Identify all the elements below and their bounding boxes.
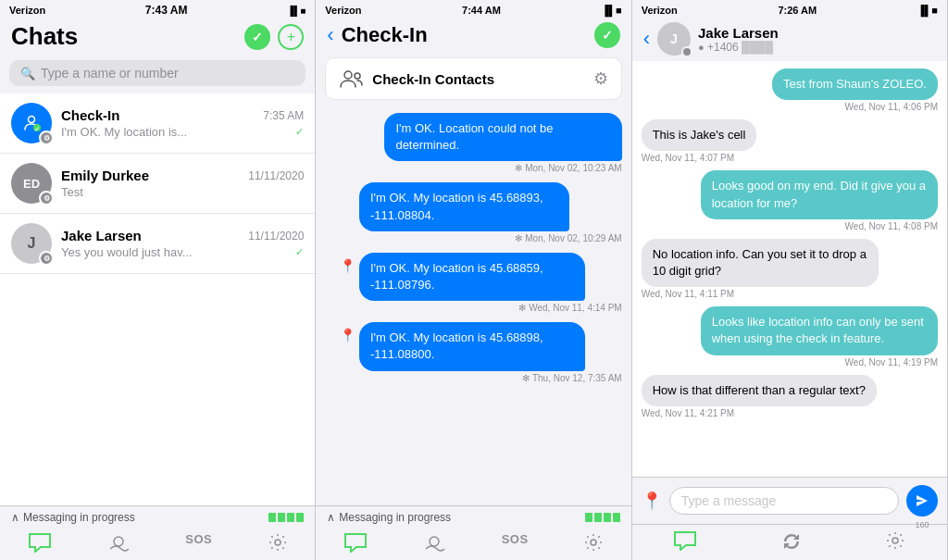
chevron-up-icon: ∧ <box>11 511 19 524</box>
svg-point-6 <box>355 73 360 79</box>
svg-point-3 <box>114 537 123 546</box>
back-button-3[interactable]: ‹ <box>643 27 650 51</box>
chats-header: Chats ✓ + <box>0 19 315 56</box>
status-bar-3: Verizon 7:26 AM ▐▌■ <box>632 0 947 19</box>
char-count: 160 <box>915 520 929 529</box>
svg-point-5 <box>344 71 352 79</box>
tab-sos-2[interactable]: SOS <box>502 532 529 553</box>
carrier-2: Verizon <box>325 5 361 16</box>
send-button[interactable] <box>906 485 938 516</box>
chat-preview-emily: Test <box>61 185 83 199</box>
bottom-bar-3 <box>632 524 947 560</box>
messaging-progress-1: ∧ Messaging in progress <box>0 506 315 527</box>
checkmark: ✓ <box>295 126 304 138</box>
msg-bubble-3: I'm OK. My location is 45.68859, -111.08… <box>359 253 585 301</box>
battery-icons-1: ▐▌■ <box>287 6 306 16</box>
tab-bar-3 <box>632 525 947 560</box>
ts-1: Wed, Nov 11, 4:06 PM <box>845 102 938 112</box>
tab-sos-1[interactable]: SOS <box>185 532 212 553</box>
checkmark-jake: ✓ <box>295 246 304 258</box>
location-pin-input[interactable]: 📍 <box>642 491 662 511</box>
chat-item-checkin[interactable]: ✓ ⚙ Check-In 7:35 AM I'm OK. My location… <box>0 93 315 154</box>
chat-name-emily: Emily Durkee <box>61 168 149 183</box>
chat-msg-4: No location info. Can you set it to drop… <box>642 239 938 301</box>
chat-item-jake[interactable]: J ⚙ Jake Larsen 11/11/2020 Yes you would… <box>0 214 315 274</box>
chevron-up-icon-2: ∧ <box>327 511 335 524</box>
ts-3: Wed, Nov 11, 4:08 PM <box>845 221 938 231</box>
ts-6: Wed, Nov 11, 4:21 PM <box>642 408 734 418</box>
tab-weather-2[interactable] <box>422 532 446 553</box>
chat-msg-2: This is Jake's cell Wed, Nov 11, 4:07 PM <box>642 119 938 165</box>
checkin-panel: Verizon 7:44 AM ▐▌■ ‹ Check-In ✓ Check-I… <box>316 0 631 560</box>
msg-meta-4: ✻ Thu, Nov 12, 7:35 AM <box>522 373 621 383</box>
ts-4: Wed, Nov 11, 4:11 PM <box>642 289 734 299</box>
jake-chat-panel: Verizon 7:26 AM ▐▌■ ‹ J Jake Larsen ● +1… <box>632 0 948 560</box>
check-icon-button[interactable]: ✓ <box>244 24 270 50</box>
checkin-contacts-bar[interactable]: Check-In Contacts ⚙ <box>325 57 621 100</box>
zoleo-icon: ✻ <box>515 163 522 173</box>
chat-msg-1: Test from Shaun's ZOLEO. Wed, Nov 11, 4:… <box>642 68 938 114</box>
avatar-jake-header: J <box>657 22 691 56</box>
bottom-bar-2: ∧ Messaging in progress SOS <box>316 505 630 560</box>
tab-settings-1[interactable] <box>268 532 288 553</box>
tab-chat-1[interactable] <box>28 532 52 553</box>
tab-bar-2: SOS <box>316 527 630 560</box>
zoleo-icon-3: ✻ <box>518 303 526 313</box>
chats-title: Chats <box>11 22 78 51</box>
svg-point-9 <box>892 538 898 543</box>
status-bar-1: Verizon 7:43 AM ▐▌■ <box>0 0 315 19</box>
tab-chat-3[interactable] <box>673 530 697 553</box>
zoleo-icon-2: ✻ <box>515 233 522 243</box>
bottom-bar-1: ∧ Messaging in progress SOS <box>0 505 315 560</box>
tab-settings-3[interactable] <box>885 530 905 553</box>
chat-msg-5: Looks like location info can only be sen… <box>642 306 938 368</box>
chat-name-jake: Jake Larsen <box>61 228 142 243</box>
tab-weather-1[interactable] <box>106 532 131 553</box>
msg-group-1: I'm OK. Location could not be determined… <box>325 113 621 173</box>
chat-name: Check-In <box>61 107 119 123</box>
chat-preview: I'm OK. My location is... <box>61 125 187 139</box>
bubble-2: This is Jake's cell <box>642 119 757 151</box>
send-button-wrapper: 160 <box>906 485 938 516</box>
tab-settings-2[interactable] <box>583 532 604 553</box>
bubble-6: How is that different than a regular tex… <box>642 375 877 406</box>
location-pin-4: 📍 <box>340 328 356 342</box>
chat-preview-jake: Yes you would just hav... <box>61 245 193 259</box>
checkin-title: Check-In <box>342 23 587 47</box>
avatar-emily: ED ⚙ <box>11 163 52 204</box>
msg-group-4: 📍 I'm OK. My location is 45.68898, -111.… <box>325 322 621 382</box>
back-button[interactable]: ‹ <box>327 23 333 47</box>
compose-icon-button[interactable]: + <box>278 24 304 50</box>
msg-meta-2: ✻ Mon, Nov 02, 10:29 AM <box>515 233 621 243</box>
search-placeholder: Type a name or number <box>41 66 179 81</box>
svg-point-8 <box>591 540 596 545</box>
search-bar[interactable]: 🔍 Type a name or number <box>9 60 306 86</box>
avatar-badge-jake: ⚙ <box>39 251 54 266</box>
tab-chat-2[interactable] <box>343 532 368 553</box>
chat-time: 7:35 AM <box>263 109 304 122</box>
bar-seg <box>287 513 294 522</box>
avatar-jake: J ⚙ <box>11 223 52 264</box>
msg-group-2: I'm OK. My location is 45.68893, -111.08… <box>325 182 621 243</box>
tab-refresh-3[interactable] <box>780 530 803 553</box>
gear-icon-contacts[interactable]: ⚙ <box>593 68 608 89</box>
msg-meta-1: ✻ Mon, Nov 02, 10:23 AM <box>515 163 621 173</box>
check-icon-2[interactable]: ✓ <box>594 22 620 48</box>
input-bar-jake: 📍 Type a message 160 <box>632 477 947 524</box>
contact-info: Jake Larsen ● +1406 ████ <box>698 25 936 54</box>
msg-bubble-4: I'm OK. My location is 45.68898, -111.08… <box>359 322 585 370</box>
bar-seg <box>268 513 276 522</box>
message-scroll-checkin[interactable]: I'm OK. Location could not be determined… <box>316 106 630 505</box>
avatar-checkin: ✓ ⚙ <box>11 103 52 143</box>
chat-item-emily[interactable]: ED ⚙ Emily Durkee 11/11/2020 Test <box>0 154 315 214</box>
chat-info-checkin: Check-In 7:35 AM I'm OK. My location is.… <box>61 107 304 139</box>
chat-msg-3: Looks good on my end. Did it give you a … <box>642 170 938 232</box>
ts-5: Wed, Nov 11, 4:19 PM <box>845 357 938 367</box>
message-input[interactable]: Type a message <box>669 487 899 515</box>
battery-icons-2: ▐▌■ <box>601 5 621 16</box>
svg-text:✓: ✓ <box>34 126 40 132</box>
zoleo-icon-4: ✻ <box>522 373 530 383</box>
chat-messages-jake[interactable]: Test from Shaun's ZOLEO. Wed, Nov 11, 4:… <box>632 61 947 477</box>
svg-point-0 <box>29 117 35 123</box>
contact-name: Jake Larsen <box>698 25 936 41</box>
